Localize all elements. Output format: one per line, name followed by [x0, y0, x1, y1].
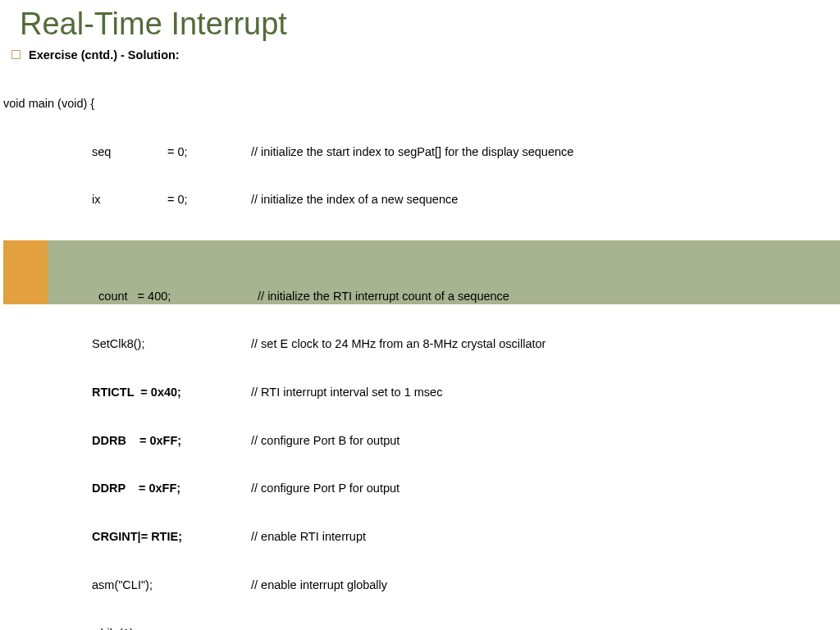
code-line: asm("CLI");// enable interrupt globally [3, 578, 840, 594]
bullet-outline-icon [11, 50, 21, 59]
orange-marker [3, 240, 48, 304]
code-line: void main (void) { [3, 96, 840, 112]
code-line: ix= 0;// initialize the index of a new s… [3, 192, 840, 208]
code-line: CRGINT|= RTIE;// enable RTI interrupt [3, 529, 840, 546]
exercise-bullet-row: Exercise (cntd.) - Solution: [0, 47, 840, 64]
highlighted-line: count = 400;// initialize the RTI interr… [3, 240, 840, 304]
code-line: seq= 0;// initialize the start index to … [3, 144, 840, 161]
code-line: DDRP = 0xFF;// configure Port P for outp… [3, 481, 840, 497]
code-line: while(1); [3, 626, 840, 630]
code-line: DDRB = 0xFF;// configure Port B for outp… [3, 433, 840, 450]
code-line: SetClk8();// set E clock to 24 MHz from … [3, 336, 840, 353]
code-line: RTICTL = 0x40;// RTI interrupt interval … [3, 385, 840, 401]
slide-title: Real-Time Interrupt [0, 0, 840, 47]
code-block: void main (void) { seq= 0;// initialize … [0, 64, 840, 630]
exercise-label: Exercise (cntd.) - Solution: [29, 48, 180, 64]
